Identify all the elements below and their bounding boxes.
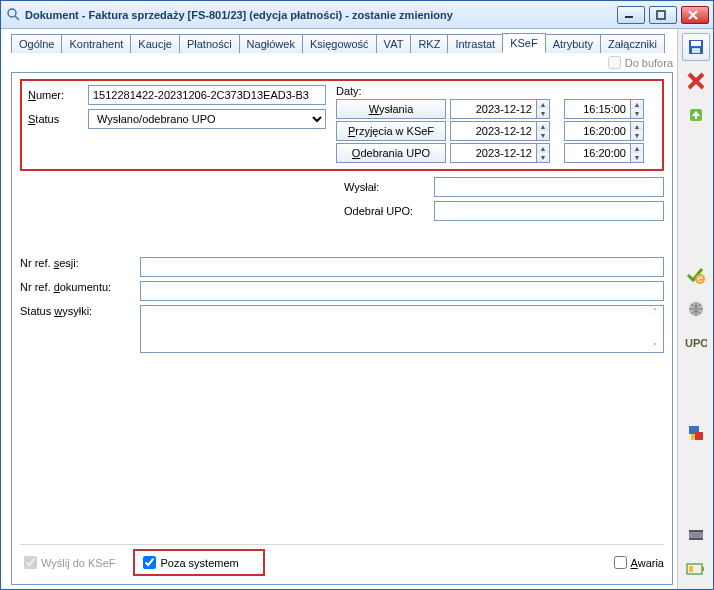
film-icon bbox=[687, 526, 705, 544]
film-button[interactable] bbox=[682, 521, 710, 549]
numer-input[interactable] bbox=[88, 85, 326, 105]
status-wysylki-input[interactable] bbox=[140, 305, 664, 353]
right-toolbar: e UPO bbox=[677, 29, 713, 589]
tab-ogolne[interactable]: Ogólne bbox=[11, 34, 62, 53]
wyslij-do-ksef-input bbox=[24, 556, 37, 569]
wyslania-time[interactable]: ▲▼ bbox=[564, 99, 654, 119]
awaria-checkbox[interactable]: Awaria bbox=[610, 553, 664, 572]
svg-rect-3 bbox=[657, 11, 665, 19]
x-icon bbox=[686, 71, 706, 91]
app-window: Dokument - Faktura sprzedaży [FS-801/23]… bbox=[0, 0, 714, 590]
wyslal-input[interactable] bbox=[434, 177, 664, 197]
wyslij-do-ksef-label: Wyślij do KSeF bbox=[41, 557, 115, 569]
tab-intrastat[interactable]: Intrastat bbox=[447, 34, 503, 53]
svg-rect-18 bbox=[691, 434, 695, 440]
poza-systemem-checkbox[interactable]: Poza systemem bbox=[139, 553, 238, 572]
dates-grid: Wysłania ▲▼ ▲▼ Przyjęcia w KSeF ▲▼ ▲▼ Od… bbox=[336, 99, 656, 163]
odebrania-button[interactable]: Odebrania UPO bbox=[336, 143, 446, 163]
wyslal-label: Wysłał: bbox=[344, 181, 434, 193]
svg-rect-8 bbox=[692, 48, 700, 53]
status-label: Status bbox=[28, 113, 88, 125]
window-title: Dokument - Faktura sprzedaży [FS-801/23]… bbox=[25, 9, 617, 21]
bottom-bar: Wyślij do KSeF Poza systemem Awaria bbox=[20, 544, 664, 576]
tab-vat[interactable]: VAT bbox=[376, 34, 412, 53]
ksef-highlight-box: Numer: Status Wysłano/odebrano UPO bbox=[20, 79, 664, 171]
tab-kaucje[interactable]: Kaucje bbox=[130, 34, 180, 53]
upo-icon: UPO bbox=[685, 335, 707, 351]
magnifier-icon bbox=[7, 8, 21, 22]
battery-icon bbox=[686, 562, 706, 576]
nr-ref-dok-label: Nr ref. dokumentu: bbox=[20, 281, 140, 293]
textarea-down-icon[interactable]: ˅ bbox=[648, 342, 662, 351]
svg-point-0 bbox=[8, 9, 16, 17]
svg-rect-23 bbox=[702, 567, 704, 571]
wyslania-date[interactable]: ▲▼ bbox=[450, 99, 560, 119]
do-bufora-checkbox: Do bufora bbox=[604, 53, 673, 72]
wyslania-button[interactable]: Wysłania bbox=[336, 99, 446, 119]
nr-ref-sesji-label: Nr ref. sesji: bbox=[20, 257, 140, 269]
awaria-input[interactable] bbox=[614, 556, 627, 569]
tab-kontrahent[interactable]: Kontrahent bbox=[61, 34, 131, 53]
paint-button[interactable] bbox=[682, 419, 710, 447]
minimize-button[interactable] bbox=[617, 6, 645, 24]
przyjecia-date[interactable]: ▲▼ bbox=[450, 121, 560, 141]
svg-rect-20 bbox=[689, 530, 703, 532]
textarea-up-icon[interactable]: ˄ bbox=[648, 307, 662, 316]
do-bufora-input bbox=[608, 56, 621, 69]
tab-ksiegowosc[interactable]: Księgowość bbox=[302, 34, 377, 53]
svg-rect-7 bbox=[691, 41, 701, 46]
numer-label: Numer: bbox=[28, 89, 88, 101]
tab-rkz[interactable]: RKZ bbox=[410, 34, 448, 53]
nr-ref-dok-input[interactable] bbox=[140, 281, 664, 301]
save-button[interactable] bbox=[682, 33, 710, 61]
e-check-button[interactable]: e bbox=[682, 261, 710, 289]
svg-rect-17 bbox=[695, 432, 703, 440]
odebral-input[interactable] bbox=[434, 201, 664, 221]
upo-button[interactable]: UPO bbox=[682, 329, 710, 357]
svg-line-1 bbox=[15, 16, 19, 20]
odebral-label: Odebrał UPO: bbox=[344, 205, 434, 217]
floppy-icon bbox=[687, 38, 705, 56]
battery-button[interactable] bbox=[682, 555, 710, 583]
globe-icon bbox=[687, 300, 705, 318]
globe-button[interactable] bbox=[682, 295, 710, 323]
przyjecia-button[interactable]: Przyjęcia w KSeF bbox=[336, 121, 446, 141]
poza-systemem-label: Poza systemem bbox=[160, 557, 238, 569]
upload-button[interactable] bbox=[682, 101, 710, 129]
svg-text:UPO: UPO bbox=[685, 337, 707, 349]
tab-body: Numer: Status Wysłano/odebrano UPO bbox=[11, 72, 673, 585]
daty-label: Daty: bbox=[336, 85, 656, 97]
poza-systemem-highlight: Poza systemem bbox=[133, 549, 264, 576]
status-wysylki-label: Status wysyłki: bbox=[20, 305, 140, 317]
tab-naglowek[interactable]: Nagłówek bbox=[239, 34, 303, 53]
tab-zalaczniki[interactable]: Załączniki bbox=[600, 34, 665, 53]
tab-atrybuty[interactable]: Atrybuty bbox=[545, 34, 601, 53]
wyslij-do-ksef-checkbox: Wyślij do KSeF bbox=[20, 553, 115, 572]
do-bufora-label: Do bufora bbox=[625, 57, 673, 69]
odebrania-date[interactable]: ▲▼ bbox=[450, 143, 560, 163]
svg-text:e: e bbox=[696, 272, 702, 284]
titlebar: Dokument - Faktura sprzedaży [FS-801/23]… bbox=[1, 1, 713, 29]
check-e-icon: e bbox=[686, 265, 706, 285]
awaria-label: Awaria bbox=[631, 557, 664, 569]
maximize-button[interactable] bbox=[649, 6, 677, 24]
tab-platnosci[interactable]: Płatności bbox=[179, 34, 240, 53]
przyjecia-time[interactable]: ▲▼ bbox=[564, 121, 654, 141]
close-button[interactable] bbox=[681, 6, 709, 24]
arrow-up-icon bbox=[687, 106, 705, 124]
status-select[interactable]: Wysłano/odebrano UPO bbox=[88, 109, 326, 129]
svg-rect-24 bbox=[689, 566, 693, 572]
paint-icon bbox=[687, 424, 705, 442]
nr-ref-sesji-input[interactable] bbox=[140, 257, 664, 277]
poza-systemem-input[interactable] bbox=[143, 556, 156, 569]
tab-ksef[interactable]: KSeF bbox=[502, 33, 546, 53]
delete-button[interactable] bbox=[682, 67, 710, 95]
svg-rect-21 bbox=[689, 538, 703, 540]
odebrania-time[interactable]: ▲▼ bbox=[564, 143, 654, 163]
tab-strip: Ogólne Kontrahent Kaucje Płatności Nagłó… bbox=[11, 33, 673, 72]
